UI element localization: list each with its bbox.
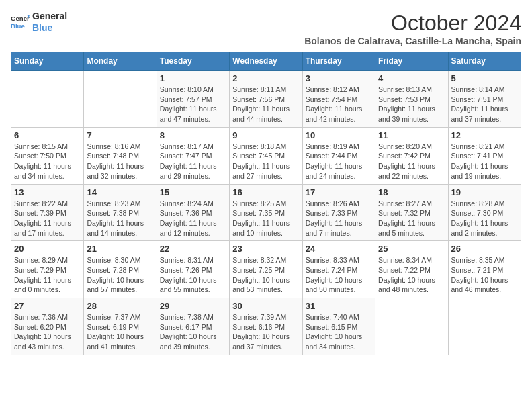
- day-number: 5: [451, 73, 518, 83]
- day-detail: Sunrise: 7:37 AM Sunset: 6:19 PM Dayligh…: [87, 312, 153, 352]
- day-number: 24: [306, 244, 372, 254]
- calendar-cell: [84, 71, 157, 128]
- weekday-header-wednesday: Wednesday: [230, 52, 302, 71]
- calendar-cell: 19Sunrise: 8:28 AM Sunset: 7:30 PM Dayli…: [448, 184, 521, 241]
- calendar-cell: 18Sunrise: 8:27 AM Sunset: 7:32 PM Dayli…: [375, 184, 448, 241]
- calendar-cell: 1Sunrise: 8:10 AM Sunset: 7:57 PM Daylig…: [157, 71, 229, 128]
- day-number: 16: [232, 187, 299, 197]
- page-header: General Blue General Blue October 2024 B…: [11, 11, 521, 46]
- day-number: 8: [160, 130, 226, 140]
- calendar-cell: [448, 298, 521, 355]
- calendar-cell: 2Sunrise: 8:11 AM Sunset: 7:56 PM Daylig…: [230, 71, 302, 128]
- day-number: 9: [232, 130, 299, 140]
- calendar-cell: 24Sunrise: 8:33 AM Sunset: 7:24 PM Dayli…: [302, 241, 375, 298]
- day-detail: Sunrise: 8:34 AM Sunset: 7:22 PM Dayligh…: [378, 255, 445, 295]
- day-detail: Sunrise: 8:14 AM Sunset: 7:51 PM Dayligh…: [451, 85, 518, 124]
- day-number: 13: [14, 187, 81, 197]
- calendar-cell: 25Sunrise: 8:34 AM Sunset: 7:22 PM Dayli…: [375, 241, 448, 298]
- day-number: 20: [14, 244, 81, 254]
- calendar-cell: 29Sunrise: 7:38 AM Sunset: 6:17 PM Dayli…: [157, 298, 229, 355]
- day-detail: Sunrise: 8:33 AM Sunset: 7:24 PM Dayligh…: [306, 255, 372, 295]
- day-number: 2: [232, 73, 299, 83]
- day-detail: Sunrise: 8:21 AM Sunset: 7:41 PM Dayligh…: [451, 142, 518, 181]
- calendar-cell: 22Sunrise: 8:31 AM Sunset: 7:26 PM Dayli…: [157, 241, 229, 298]
- day-number: 30: [232, 301, 299, 311]
- calendar-cell: 4Sunrise: 8:13 AM Sunset: 7:53 PM Daylig…: [375, 71, 448, 128]
- calendar-cell: 17Sunrise: 8:26 AM Sunset: 7:33 PM Dayli…: [302, 184, 375, 241]
- day-detail: Sunrise: 8:32 AM Sunset: 7:25 PM Dayligh…: [232, 255, 299, 295]
- svg-text:Blue: Blue: [11, 22, 25, 30]
- day-detail: Sunrise: 7:40 AM Sunset: 6:15 PM Dayligh…: [306, 312, 372, 352]
- calendar-week-1: 1Sunrise: 8:10 AM Sunset: 7:57 PM Daylig…: [11, 71, 521, 128]
- logo-icon: General Blue: [11, 13, 30, 32]
- day-number: 27: [14, 301, 81, 311]
- day-detail: Sunrise: 8:11 AM Sunset: 7:56 PM Dayligh…: [232, 85, 299, 124]
- calendar-cell: 31Sunrise: 7:40 AM Sunset: 6:15 PM Dayli…: [302, 298, 375, 355]
- day-number: 17: [306, 187, 372, 197]
- day-number: 11: [378, 130, 445, 140]
- day-number: 22: [160, 244, 226, 254]
- weekday-header-friday: Friday: [375, 52, 448, 71]
- day-detail: Sunrise: 8:15 AM Sunset: 7:50 PM Dayligh…: [14, 142, 81, 181]
- day-detail: Sunrise: 8:24 AM Sunset: 7:36 PM Dayligh…: [160, 199, 226, 238]
- calendar-cell: 20Sunrise: 8:29 AM Sunset: 7:29 PM Dayli…: [11, 241, 84, 298]
- logo: General Blue General Blue: [11, 11, 67, 34]
- logo-general: General: [32, 11, 67, 22]
- day-detail: Sunrise: 8:29 AM Sunset: 7:29 PM Dayligh…: [14, 255, 81, 295]
- calendar-cell: 14Sunrise: 8:23 AM Sunset: 7:38 PM Dayli…: [84, 184, 157, 241]
- weekday-header-saturday: Saturday: [448, 52, 521, 71]
- day-detail: Sunrise: 8:35 AM Sunset: 7:21 PM Dayligh…: [451, 255, 518, 295]
- calendar-cell: 28Sunrise: 7:37 AM Sunset: 6:19 PM Dayli…: [84, 298, 157, 355]
- calendar-cell: 6Sunrise: 8:15 AM Sunset: 7:50 PM Daylig…: [11, 127, 84, 184]
- calendar-cell: 27Sunrise: 7:36 AM Sunset: 6:20 PM Dayli…: [11, 298, 84, 355]
- day-detail: Sunrise: 8:26 AM Sunset: 7:33 PM Dayligh…: [306, 199, 372, 238]
- day-detail: Sunrise: 8:10 AM Sunset: 7:57 PM Dayligh…: [160, 85, 226, 124]
- day-detail: Sunrise: 8:28 AM Sunset: 7:30 PM Dayligh…: [451, 199, 518, 238]
- day-number: 19: [451, 187, 518, 197]
- calendar-cell: 13Sunrise: 8:22 AM Sunset: 7:39 PM Dayli…: [11, 184, 84, 241]
- day-number: 1: [160, 73, 226, 83]
- calendar-header-row: SundayMondayTuesdayWednesdayThursdayFrid…: [11, 52, 521, 71]
- calendar-cell: 12Sunrise: 8:21 AM Sunset: 7:41 PM Dayli…: [448, 127, 521, 184]
- day-detail: Sunrise: 8:18 AM Sunset: 7:45 PM Dayligh…: [232, 142, 299, 181]
- svg-text:General: General: [11, 15, 30, 22]
- day-detail: Sunrise: 8:20 AM Sunset: 7:42 PM Dayligh…: [378, 142, 445, 181]
- calendar-table: SundayMondayTuesdayWednesdayThursdayFrid…: [11, 52, 521, 355]
- day-number: 26: [451, 244, 518, 254]
- day-number: 18: [378, 187, 445, 197]
- day-detail: Sunrise: 8:31 AM Sunset: 7:26 PM Dayligh…: [160, 255, 226, 295]
- calendar-cell: 8Sunrise: 8:17 AM Sunset: 7:47 PM Daylig…: [157, 127, 229, 184]
- month-title: October 2024: [304, 11, 521, 36]
- calendar-cell: 26Sunrise: 8:35 AM Sunset: 7:21 PM Dayli…: [448, 241, 521, 298]
- day-detail: Sunrise: 7:38 AM Sunset: 6:17 PM Dayligh…: [160, 312, 226, 352]
- day-detail: Sunrise: 7:39 AM Sunset: 6:16 PM Dayligh…: [232, 312, 299, 352]
- day-number: 23: [232, 244, 299, 254]
- day-number: 4: [378, 73, 445, 83]
- day-number: 12: [451, 130, 518, 140]
- day-detail: Sunrise: 8:16 AM Sunset: 7:48 PM Dayligh…: [87, 142, 153, 181]
- weekday-header-sunday: Sunday: [11, 52, 84, 71]
- calendar-cell: 21Sunrise: 8:30 AM Sunset: 7:28 PM Dayli…: [84, 241, 157, 298]
- calendar-cell: [11, 71, 84, 128]
- calendar-cell: [375, 298, 448, 355]
- day-number: 29: [160, 301, 226, 311]
- day-number: 28: [87, 301, 153, 311]
- day-detail: Sunrise: 8:25 AM Sunset: 7:35 PM Dayligh…: [232, 199, 299, 238]
- location: Bolanos de Calatrava, Castille-La Mancha…: [304, 36, 521, 46]
- title-block: October 2024 Bolanos de Calatrava, Casti…: [304, 11, 521, 46]
- day-number: 15: [160, 187, 226, 197]
- day-detail: Sunrise: 7:36 AM Sunset: 6:20 PM Dayligh…: [14, 312, 81, 352]
- day-detail: Sunrise: 8:13 AM Sunset: 7:53 PM Dayligh…: [378, 85, 445, 124]
- calendar-cell: 10Sunrise: 8:19 AM Sunset: 7:44 PM Dayli…: [302, 127, 375, 184]
- day-detail: Sunrise: 8:27 AM Sunset: 7:32 PM Dayligh…: [378, 199, 445, 238]
- day-number: 25: [378, 244, 445, 254]
- calendar-week-5: 27Sunrise: 7:36 AM Sunset: 6:20 PM Dayli…: [11, 298, 521, 355]
- calendar-cell: 3Sunrise: 8:12 AM Sunset: 7:54 PM Daylig…: [302, 71, 375, 128]
- weekday-header-monday: Monday: [84, 52, 157, 71]
- calendar-cell: 5Sunrise: 8:14 AM Sunset: 7:51 PM Daylig…: [448, 71, 521, 128]
- calendar-cell: 30Sunrise: 7:39 AM Sunset: 6:16 PM Dayli…: [230, 298, 302, 355]
- weekday-header-tuesday: Tuesday: [157, 52, 229, 71]
- calendar-week-2: 6Sunrise: 8:15 AM Sunset: 7:50 PM Daylig…: [11, 127, 521, 184]
- day-number: 31: [306, 301, 372, 311]
- calendar-cell: 7Sunrise: 8:16 AM Sunset: 7:48 PM Daylig…: [84, 127, 157, 184]
